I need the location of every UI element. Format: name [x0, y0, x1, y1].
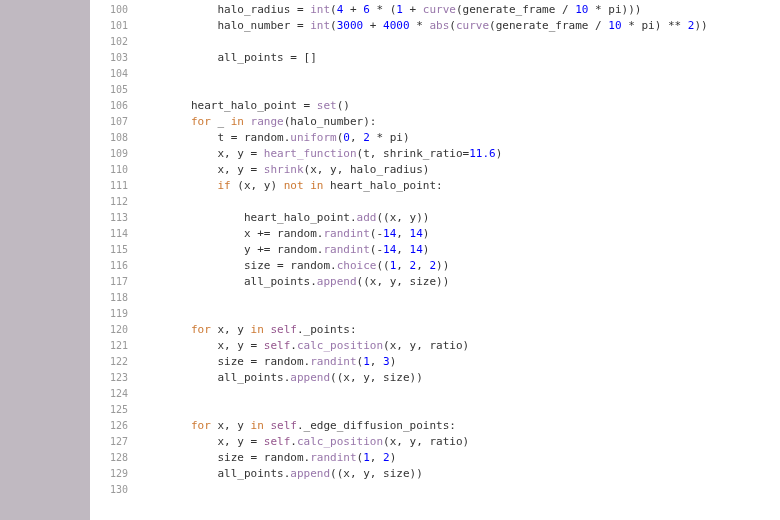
code-line[interactable]: 116 size = random.choice((1, 2, 2)) — [90, 258, 780, 274]
line-number: 106 — [90, 98, 138, 114]
line-number: 101 — [90, 18, 138, 34]
code-content[interactable]: size = random.randint(1, 2) — [138, 450, 396, 466]
line-number: 105 — [90, 82, 138, 98]
line-number: 124 — [90, 386, 138, 402]
code-content[interactable]: size = random.randint(1, 3) — [138, 354, 396, 370]
code-line[interactable]: 103 all_points = [] — [90, 50, 780, 66]
code-line[interactable]: 105 — [90, 82, 780, 98]
code-line[interactable]: 114 x += random.randint(-14, 14) — [90, 226, 780, 242]
line-number: 121 — [90, 338, 138, 354]
code-line[interactable]: 128 size = random.randint(1, 2) — [90, 450, 780, 466]
code-line[interactable]: 115 y += random.randint(-14, 14) — [90, 242, 780, 258]
line-number: 116 — [90, 258, 138, 274]
line-number: 108 — [90, 130, 138, 146]
code-content[interactable]: size = random.choice((1, 2, 2)) — [138, 258, 449, 274]
code-line[interactable]: 111 if (x, y) not in heart_halo_point: — [90, 178, 780, 194]
code-content[interactable]: heart_halo_point = set() — [138, 98, 350, 114]
code-line[interactable]: 102 — [90, 34, 780, 50]
line-number: 127 — [90, 434, 138, 450]
code-line[interactable]: 119 — [90, 306, 780, 322]
code-line[interactable]: 112 — [90, 194, 780, 210]
line-number: 113 — [90, 210, 138, 226]
code-content[interactable]: heart_halo_point.add((x, y)) — [138, 210, 429, 226]
code-line[interactable]: 130 — [90, 482, 780, 498]
code-line[interactable]: 101 halo_number = int(3000 + 4000 * abs(… — [90, 18, 780, 34]
code-line[interactable]: 125 — [90, 402, 780, 418]
line-number: 112 — [90, 194, 138, 210]
code-line[interactable]: 118 — [90, 290, 780, 306]
code-line[interactable]: 110 x, y = shrink(x, y, halo_radius) — [90, 162, 780, 178]
line-number: 100 — [90, 2, 138, 18]
code-content[interactable]: x, y = shrink(x, y, halo_radius) — [138, 162, 429, 178]
code-line[interactable]: 123 all_points.append((x, y, size)) — [90, 370, 780, 386]
code-line[interactable]: 120 for x, y in self._points: — [90, 322, 780, 338]
code-content[interactable]: x += random.randint(-14, 14) — [138, 226, 429, 242]
line-number: 126 — [90, 418, 138, 434]
code-line[interactable]: 104 — [90, 66, 780, 82]
code-content[interactable]: halo_number = int(3000 + 4000 * abs(curv… — [138, 18, 708, 34]
line-number: 128 — [90, 450, 138, 466]
code-content[interactable]: for _ in range(halo_number): — [138, 114, 376, 130]
code-line[interactable]: 100 halo_radius = int(4 + 6 * (1 + curve… — [90, 2, 780, 18]
code-line[interactable]: 127 x, y = self.calc_position(x, y, rati… — [90, 434, 780, 450]
code-content[interactable]: all_points = [] — [138, 50, 317, 66]
line-number: 129 — [90, 466, 138, 482]
code-line[interactable]: 109 x, y = heart_function(t, shrink_rati… — [90, 146, 780, 162]
code-line[interactable]: 117 all_points.append((x, y, size)) — [90, 274, 780, 290]
line-number: 110 — [90, 162, 138, 178]
code-line[interactable]: 106 heart_halo_point = set() — [90, 98, 780, 114]
code-content[interactable]: t = random.uniform(0, 2 * pi) — [138, 130, 410, 146]
line-number: 109 — [90, 146, 138, 162]
line-number: 118 — [90, 290, 138, 306]
line-number: 104 — [90, 66, 138, 82]
code-content[interactable]: all_points.append((x, y, size)) — [138, 466, 423, 482]
code-line[interactable]: 113 heart_halo_point.add((x, y)) — [90, 210, 780, 226]
line-number: 107 — [90, 114, 138, 130]
line-number: 103 — [90, 50, 138, 66]
line-number: 117 — [90, 274, 138, 290]
code-content[interactable]: all_points.append((x, y, size)) — [138, 274, 449, 290]
line-number: 130 — [90, 482, 138, 498]
code-content[interactable]: x, y = heart_function(t, shrink_ratio=11… — [138, 146, 502, 162]
code-line[interactable]: 107 for _ in range(halo_number): — [90, 114, 780, 130]
code-content[interactable]: for x, y in self._edge_diffusion_points: — [138, 418, 456, 434]
line-number: 115 — [90, 242, 138, 258]
code-line[interactable]: 108 t = random.uniform(0, 2 * pi) — [90, 130, 780, 146]
code-content[interactable]: if (x, y) not in heart_halo_point: — [138, 178, 443, 194]
line-number: 114 — [90, 226, 138, 242]
line-number: 120 — [90, 322, 138, 338]
code-line[interactable]: 126 for x, y in self._edge_diffusion_poi… — [90, 418, 780, 434]
code-editor[interactable]: 100 halo_radius = int(4 + 6 * (1 + curve… — [90, 0, 780, 520]
code-content[interactable]: x, y = self.calc_position(x, y, ratio) — [138, 434, 469, 450]
code-line-container: 100 halo_radius = int(4 + 6 * (1 + curve… — [90, 0, 780, 498]
line-number: 125 — [90, 402, 138, 418]
code-line[interactable]: 121 x, y = self.calc_position(x, y, rati… — [90, 338, 780, 354]
line-number: 102 — [90, 34, 138, 50]
code-content[interactable]: x, y = self.calc_position(x, y, ratio) — [138, 338, 469, 354]
line-number: 123 — [90, 370, 138, 386]
code-line[interactable]: 122 size = random.randint(1, 3) — [90, 354, 780, 370]
line-number: 119 — [90, 306, 138, 322]
code-content[interactable]: for x, y in self._points: — [138, 322, 357, 338]
code-line[interactable]: 129 all_points.append((x, y, size)) — [90, 466, 780, 482]
code-line[interactable]: 124 — [90, 386, 780, 402]
code-content[interactable]: halo_radius = int(4 + 6 * (1 + curve(gen… — [138, 2, 641, 18]
line-number: 122 — [90, 354, 138, 370]
code-content[interactable]: all_points.append((x, y, size)) — [138, 370, 423, 386]
code-content[interactable]: y += random.randint(-14, 14) — [138, 242, 429, 258]
line-number: 111 — [90, 178, 138, 194]
